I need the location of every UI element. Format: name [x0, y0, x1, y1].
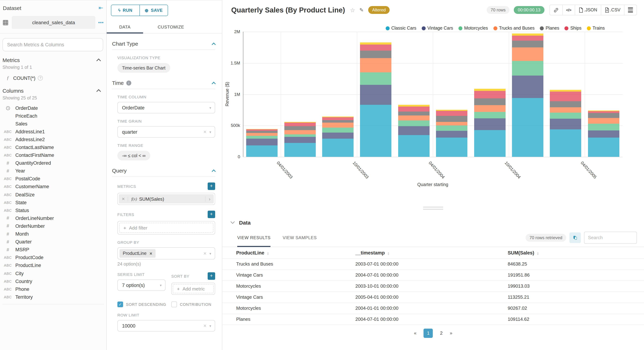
bar-segment[interactable] [588, 118, 620, 124]
bar-segment[interactable] [474, 130, 506, 157]
column-item[interactable]: ABCCustomerName [2, 183, 104, 191]
viz-type-value[interactable]: Time-series Bar Chart [118, 63, 170, 73]
remove-metric-icon[interactable]: ✕ [119, 197, 128, 201]
bar-segment[interactable] [360, 58, 392, 72]
chevron-up-icon[interactable] [212, 82, 216, 86]
column-item[interactable]: ABCCity [2, 270, 104, 277]
bar-segment[interactable] [512, 34, 544, 36]
bar-segment[interactable] [512, 35, 544, 40]
bar-segment[interactable] [550, 113, 582, 119]
bar-segment[interactable] [246, 139, 278, 146]
collapse-panel-icon[interactable]: ⇤ [99, 5, 103, 11]
bar-segment[interactable] [398, 115, 430, 120]
chevron-right-icon[interactable]: › [205, 196, 214, 202]
column-item[interactable]: Sales [2, 120, 104, 128]
legend-item[interactable]: Trucks and Buses [493, 26, 534, 31]
bar-segment[interactable] [284, 130, 316, 134]
bar-segment[interactable] [322, 117, 354, 120]
pagination-prev[interactable]: « [414, 331, 416, 336]
legend-item[interactable]: Vintage Cars [422, 26, 453, 31]
bar-segment[interactable] [436, 122, 468, 125]
column-header[interactable]: ProductLine▲▼ [222, 248, 355, 258]
column-item[interactable]: ABCAddressLine1 [2, 128, 104, 136]
bar-segment[interactable] [550, 107, 582, 113]
bar-segment[interactable] [474, 118, 506, 130]
bar-segment[interactable] [360, 85, 392, 105]
bar-segment[interactable] [474, 89, 506, 91]
table-row[interactable]: Motorcycles2003-10-01 00:00:00199013.03 [222, 281, 644, 292]
column-item[interactable]: ABCContactFirstName [2, 151, 104, 159]
time-column-select[interactable]: OrderDate ▾ [118, 102, 215, 113]
panel-resize-handle[interactable] [222, 200, 644, 216]
column-item[interactable]: ABCDealSize [2, 191, 104, 199]
column-item[interactable]: PriceEach [2, 112, 104, 120]
metric-item[interactable]: ƒ COUNT(*) ? [2, 74, 104, 82]
group-by-select[interactable]: ProductLine ✕ ✕ ▾ [118, 247, 215, 260]
pagination-page[interactable]: 2 [440, 331, 442, 336]
legend-item[interactable]: Classic Cars [386, 26, 416, 31]
bar-segment[interactable] [398, 106, 430, 111]
time-grain-select[interactable]: quarter ✕ ▾ [118, 126, 215, 138]
export-json-button[interactable]: .JSON [575, 5, 601, 15]
column-item[interactable]: ABCCountry [2, 277, 104, 285]
dataset-more-icon[interactable]: ••• [98, 20, 104, 25]
table-row[interactable]: Vintage Cars2004-07-01 00:00:00191951.86 [222, 270, 644, 281]
help-icon[interactable]: ? [38, 75, 43, 80]
table-search-input[interactable] [584, 232, 637, 244]
column-item[interactable]: ABCContactLastName [2, 143, 104, 151]
tab-customize[interactable]: CUSTOMIZE [143, 21, 199, 33]
bar-segment[interactable] [322, 132, 354, 139]
column-item[interactable]: OrderDate [2, 104, 104, 112]
column-item[interactable]: #Month [2, 230, 104, 238]
bar-segment[interactable] [588, 113, 620, 118]
bar-segment[interactable] [474, 112, 506, 118]
clear-icon[interactable]: ✕ [203, 251, 206, 256]
chart-canvas[interactable]: Classic CarsVintage CarsMotorcyclesTruck… [222, 20, 644, 200]
chevron-up-icon[interactable] [212, 169, 216, 173]
bar-segment[interactable] [360, 72, 392, 85]
series-limit-select[interactable]: 7 option(s) ▾ [118, 280, 166, 291]
pagination-page[interactable]: 1 [424, 329, 433, 338]
column-item[interactable]: #MSRP [2, 246, 104, 254]
column-item[interactable]: #Quarter [2, 238, 104, 246]
row-limit-select[interactable]: 10000 ✕ ▾ [118, 320, 215, 332]
bar-segment[interactable] [512, 98, 544, 157]
column-item[interactable]: ABCAddressLine2 [2, 136, 104, 143]
bar-segment[interactable] [398, 126, 430, 135]
column-item[interactable]: ABCPostalCode [2, 175, 104, 183]
bar-segment[interactable] [512, 47, 544, 61]
bar-segment[interactable] [474, 105, 506, 112]
column-item[interactable]: ABCProductLine [2, 262, 104, 270]
column-item[interactable]: #Year [2, 167, 104, 175]
time-range-value[interactable]: -∞ ≤ col < ∞ [118, 151, 150, 160]
bar-segment[interactable] [322, 122, 354, 128]
embed-code-button[interactable]: </> [562, 5, 575, 15]
bar-segment[interactable] [474, 98, 506, 105]
tab-view-results[interactable]: VIEW RESULTS [237, 229, 270, 247]
bar-segment[interactable] [436, 131, 468, 137]
metric-pill[interactable]: ✕ f(x)SUM(Sales) › [119, 194, 214, 204]
bar-segment[interactable] [322, 139, 354, 157]
bar-segment[interactable] [474, 91, 506, 98]
add-sort-metric-dropzone[interactable]: + Add metric [173, 284, 214, 293]
add-filter-button[interactable]: + [208, 211, 215, 218]
bar-segment[interactable] [360, 44, 392, 50]
bar-segment[interactable] [550, 129, 582, 157]
bar-segment[interactable] [398, 105, 430, 107]
bar-segment[interactable] [436, 126, 468, 131]
copy-button[interactable] [570, 232, 581, 243]
column-header[interactable]: __timestamp▲▼ [355, 248, 508, 258]
column-item[interactable]: ABCState [2, 199, 104, 206]
chevron-up-icon[interactable] [96, 58, 101, 63]
column-item[interactable]: ABCProductCode [2, 254, 104, 262]
star-icon[interactable]: ☆ [350, 6, 355, 13]
bar-segment[interactable] [246, 133, 278, 136]
search-metrics-input[interactable] [2, 38, 103, 51]
chevron-up-icon[interactable] [96, 89, 101, 94]
bar-segment[interactable] [284, 134, 316, 137]
bar-segment[interactable] [284, 137, 316, 143]
add-sort-metric-button[interactable]: + [208, 272, 215, 280]
column-item[interactable]: ABCTerritory [2, 293, 104, 301]
menu-button[interactable] [624, 5, 636, 15]
edit-icon[interactable]: ✎ [360, 7, 364, 13]
